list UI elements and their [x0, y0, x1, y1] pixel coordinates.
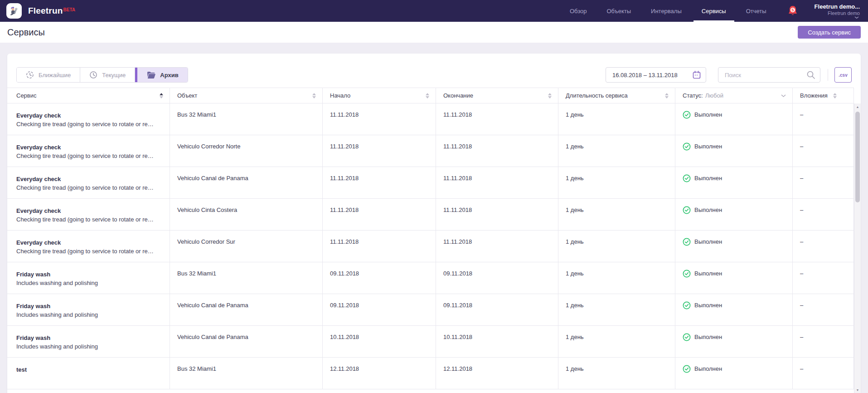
check-circle-icon: [683, 142, 691, 151]
filter-controls: 16.08.2018 – 13.11.2018 .csv: [606, 67, 852, 83]
start-date-cell: 10.11.2018: [323, 326, 436, 357]
status-cell: Выполнен: [675, 294, 793, 325]
status-cell: Выполнен: [675, 167, 793, 198]
column-header-end[interactable]: Окончание: [436, 88, 558, 103]
end-date-cell: 11.11.2018: [436, 103, 558, 135]
search-icon[interactable]: [806, 70, 815, 79]
brand[interactable]: FleetrunBETA: [6, 3, 75, 19]
end-date-cell: 11.11.2018: [436, 135, 558, 167]
sort-icon: [548, 93, 552, 98]
status-label: Выполнен: [694, 175, 722, 182]
service-cell: Everyday check Checking tire tread (goin…: [7, 167, 170, 198]
scroll-up-icon[interactable]: ▲: [854, 103, 861, 110]
create-service-button[interactable]: Создать сервис: [798, 26, 861, 39]
object-cell: Vehiculo Cinta Costera: [170, 199, 323, 230]
service-name: Friday wash: [16, 270, 163, 279]
status-cell: Выполнен: [675, 326, 793, 357]
tab-current[interactable]: Текущие: [80, 68, 135, 82]
column-header-object[interactable]: Объект: [170, 88, 323, 103]
service-cell: Friday wash Includes washing and polishi…: [7, 294, 170, 325]
table-row[interactable]: Everyday check Checking tire tread (goin…: [7, 103, 854, 135]
check-circle-icon: [683, 238, 691, 246]
scroll-down-icon[interactable]: ▼: [854, 387, 861, 393]
column-header-service[interactable]: Сервис: [7, 88, 170, 103]
table-row[interactable]: Friday wash Includes washing and polishi…: [7, 326, 854, 358]
service-name: Friday wash: [16, 302, 163, 310]
duration-cell: 1 день: [558, 103, 675, 135]
history-icon: [26, 71, 34, 79]
nav-item-reports[interactable]: Отчеты: [736, 0, 776, 22]
table-row[interactable]: Everyday check Checking tire tread (goin…: [7, 167, 854, 199]
attachments-cell: –: [793, 294, 854, 325]
check-circle-icon: [683, 270, 691, 278]
service-cell: Everyday check Checking tire tread (goin…: [7, 135, 170, 167]
end-date-cell: 11.11.2018: [436, 167, 558, 198]
status-label: Выполнен: [694, 111, 722, 118]
status-cell: Выполнен: [675, 358, 793, 389]
date-range-picker[interactable]: 16.08.2018 – 13.11.2018: [606, 67, 706, 83]
object-cell: Bus 32 Miami1: [170, 358, 323, 389]
start-date-cell: 11.11.2018: [323, 199, 436, 230]
notification-count: 5: [791, 7, 794, 12]
attachments-cell: –: [793, 135, 854, 167]
service-description: Checking tire tread (going to service to…: [16, 183, 163, 192]
column-header-status-filter[interactable]: Статус: Любой: [675, 88, 793, 103]
tab-archive[interactable]: Архив: [135, 68, 187, 82]
nav-item-intervals[interactable]: Интервалы: [641, 0, 692, 22]
service-description: Checking tire tread (going to service to…: [16, 215, 163, 224]
service-description: Checking tire tread (going to service to…: [16, 120, 163, 128]
status-cell: Выполнен: [675, 135, 793, 167]
table-row[interactable]: test Bus 32 Miami1 12.11.2018 12.11.2018…: [7, 358, 854, 389]
duration-cell: 1 день: [558, 231, 675, 262]
column-header-start[interactable]: Начало: [323, 88, 436, 103]
user-menu[interactable]: Fleetrun demo... Fleetrun demo: [815, 4, 862, 19]
tab-upcoming[interactable]: Ближайшие: [17, 68, 80, 82]
status-filter-value: Любой: [705, 92, 723, 99]
page-title: Сервисы: [7, 27, 45, 38]
clock-icon: [89, 71, 97, 79]
start-date-cell: 11.11.2018: [323, 135, 436, 167]
table-row[interactable]: Everyday check Checking tire tread (goin…: [7, 199, 854, 231]
service-cell: test: [7, 358, 170, 389]
export-csv-button[interactable]: .csv: [834, 67, 852, 83]
check-circle-icon: [683, 206, 691, 214]
start-date-cell: 09.11.2018: [323, 294, 436, 325]
service-description: Includes washing and polishing: [16, 279, 163, 287]
scrollbar-thumb[interactable]: [855, 112, 860, 202]
table-row[interactable]: Friday wash Includes washing and polishi…: [7, 262, 854, 294]
check-circle-icon: [683, 111, 691, 119]
column-header-attachments[interactable]: Вложения: [793, 88, 854, 103]
nav-items: Обзор Объекты Интервалы Сервисы Отчеты 5…: [560, 0, 862, 22]
search-input[interactable]: [725, 72, 806, 79]
table-row[interactable]: Everyday check Checking tire tread (goin…: [7, 135, 854, 167]
table-scrollbar[interactable]: ▲ ▼: [854, 103, 861, 393]
service-description: Checking tire tread (going to service to…: [16, 247, 163, 255]
chevron-down-icon: [854, 16, 859, 19]
attachments-cell: –: [793, 262, 854, 294]
status-cell: Выполнен: [675, 262, 793, 294]
end-date-cell: 09.11.2018: [436, 294, 558, 325]
object-cell: Vehiculo Canal de Panama: [170, 294, 323, 325]
nav-item-objects[interactable]: Объекты: [596, 0, 641, 22]
search-box: [718, 67, 820, 83]
top-navbar: FleetrunBETA Обзор Объекты Интервалы Сер…: [0, 0, 868, 22]
service-cell: Everyday check Checking tire tread (goin…: [7, 231, 170, 262]
folder-icon: [147, 71, 155, 79]
status-cell: Выполнен: [675, 231, 793, 262]
notifications-bell-icon[interactable]: 5: [776, 0, 809, 22]
start-date-cell: 11.11.2018: [323, 231, 436, 262]
status-label: Выполнен: [694, 334, 722, 340]
attachments-cell: –: [793, 358, 854, 389]
table-row[interactable]: Friday wash Includes washing and polishi…: [7, 294, 854, 326]
column-header-duration[interactable]: Длительность сервиса: [558, 88, 675, 103]
sort-icon: [833, 93, 837, 98]
nav-item-services[interactable]: Сервисы: [692, 0, 736, 22]
attachments-cell: –: [793, 231, 854, 262]
table-row[interactable]: Everyday check Checking tire tread (goin…: [7, 231, 854, 262]
end-date-cell: 09.11.2018: [436, 262, 558, 294]
nav-item-overview[interactable]: Обзор: [560, 0, 597, 22]
status-label: Выполнен: [694, 143, 722, 150]
service-name: Friday wash: [16, 334, 163, 342]
service-description: Includes washing and polishing: [16, 310, 163, 319]
service-name: Everyday check: [16, 143, 163, 152]
